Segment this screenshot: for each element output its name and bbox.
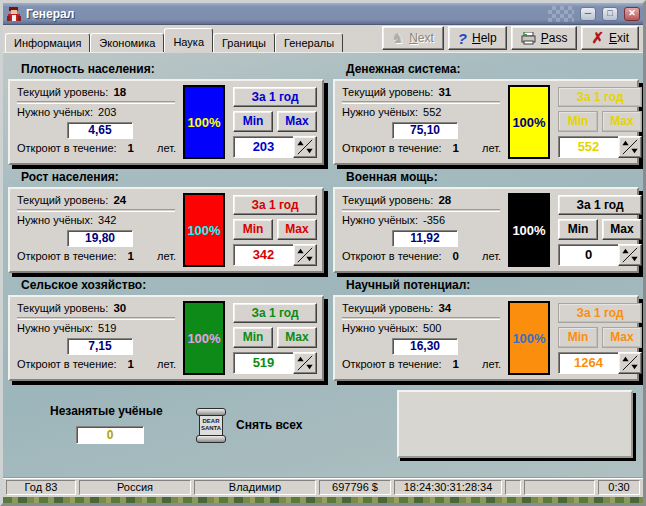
years-label: лет. xyxy=(157,250,176,262)
titlebar-texture xyxy=(548,6,574,22)
science-page: Плотность населения: Текущий уровень:18 … xyxy=(3,53,643,477)
spinner-buttons[interactable] xyxy=(618,352,642,374)
current-level-value: 34 xyxy=(438,302,451,314)
need-scientists-value: 552 xyxy=(423,106,441,118)
section-military-power: Военная мощь: Текущий уровень:28 Нужно у… xyxy=(333,170,639,273)
max-button[interactable]: Max xyxy=(602,219,642,240)
open-years-value: 1 xyxy=(128,142,134,154)
allocation-percent-box: 100% xyxy=(183,85,225,159)
unused-scientists-value: 0 xyxy=(76,426,144,444)
close-button[interactable]: ✕ xyxy=(624,7,640,21)
open-years-value: 1 xyxy=(128,250,134,262)
tab-borders[interactable]: Границы xyxy=(213,33,275,52)
titlebar: Генерал ─ □ ✕ xyxy=(3,3,643,25)
window-title: Генерал xyxy=(26,7,74,21)
divider xyxy=(342,209,500,212)
need-scientists-value: 500 xyxy=(423,322,441,334)
max-button: Max xyxy=(602,111,642,132)
allocation-percent-box: 100% xyxy=(183,193,225,267)
open-in-label: Откроют в течение: xyxy=(17,358,117,370)
exit-button[interactable]: ✗ Exit xyxy=(581,26,639,50)
per-year-button[interactable]: За 1 год xyxy=(233,303,317,323)
spinner-buttons[interactable] xyxy=(618,244,642,266)
need-scientists-label: Нужно учёных: xyxy=(342,322,418,334)
status-timer: 0:30 xyxy=(598,480,640,495)
tab-economy[interactable]: Экономика xyxy=(90,33,164,52)
scroll-bottom-roll xyxy=(196,435,226,443)
max-button[interactable]: Max xyxy=(277,111,317,132)
min-button[interactable]: Min xyxy=(558,219,598,240)
help-button[interactable]: ? Help xyxy=(448,26,507,50)
open-in-label: Откроют в течение: xyxy=(17,250,117,262)
rate-field: 7,15 xyxy=(67,338,133,355)
allocation-percent-box: 100% xyxy=(508,193,550,267)
maximize-button[interactable]: □ xyxy=(602,7,618,21)
need-scientists-label: Нужно учёных: xyxy=(342,106,418,118)
app-icon xyxy=(6,6,22,22)
scientists-input[interactable]: 1264 xyxy=(558,352,618,374)
need-scientists-label: Нужно учёных: xyxy=(17,106,93,118)
max-button[interactable]: Max xyxy=(277,327,317,348)
scientists-input[interactable]: 519 xyxy=(233,352,293,374)
pass-button[interactable]: Pass xyxy=(511,26,578,50)
need-scientists-value: 203 xyxy=(98,106,116,118)
per-year-button[interactable]: За 1 год xyxy=(233,195,317,215)
divider xyxy=(17,101,175,104)
open-in-label: Откроют в течение: xyxy=(17,142,117,154)
science-panel: Текущий уровень:24 Нужно учёных:342 19,8… xyxy=(8,187,324,273)
scientists-input[interactable]: 552 xyxy=(558,136,618,158)
tab-generals[interactable]: Генералы xyxy=(275,33,343,52)
spinner-buttons[interactable] xyxy=(293,352,317,374)
max-button[interactable]: Max xyxy=(277,219,317,240)
scientists-input[interactable]: 342 xyxy=(233,244,293,266)
current-level-value: 24 xyxy=(113,194,126,206)
status-year: Год 83 xyxy=(6,480,76,495)
spinner-buttons[interactable] xyxy=(618,136,642,158)
years-label: лет. xyxy=(157,358,176,370)
section-agriculture: Сельское хозяйство: Текущий уровень:30 Н… xyxy=(8,278,324,381)
current-level-value: 28 xyxy=(438,194,451,206)
per-year-button: За 1 год xyxy=(558,303,642,323)
open-years-value: 1 xyxy=(453,142,459,154)
per-year-button[interactable]: За 1 год xyxy=(233,87,317,107)
status-country: Россия xyxy=(79,480,191,495)
science-panel: Текущий уровень:30 Нужно учёных:519 7,15… xyxy=(8,295,324,381)
app-window: Генерал ─ □ ✕ Информация Экономика Наука… xyxy=(0,0,646,506)
scientists-input[interactable]: 203 xyxy=(233,136,293,158)
section-science-potential: Научный потенциал: Текущий уровень:34 Ну… xyxy=(333,278,639,381)
divider xyxy=(17,209,175,212)
section-caption: Научный потенциал: xyxy=(346,278,639,293)
section-caption: Рост населения: xyxy=(21,170,324,185)
next-button: ♞ Next xyxy=(382,26,444,50)
current-level-label: Текущий уровень: xyxy=(342,302,433,314)
science-panel: Текущий уровень:31 Нужно учёных:552 75,1… xyxy=(333,79,639,165)
max-button: Max xyxy=(602,327,642,348)
section-caption: Денежная система: xyxy=(346,62,639,77)
min-button[interactable]: Min xyxy=(233,219,273,240)
min-button[interactable]: Min xyxy=(233,327,273,348)
rate-field: 16,30 xyxy=(392,338,458,355)
per-year-button[interactable]: За 1 год xyxy=(558,195,642,215)
min-button: Min xyxy=(558,327,598,348)
spinner-buttons[interactable] xyxy=(293,244,317,266)
scientists-input[interactable]: 0 xyxy=(558,244,618,266)
scroll-icon[interactable]: DEAR SANTA xyxy=(196,408,226,448)
tab-science[interactable]: Наука xyxy=(164,28,213,52)
section-population-density: Плотность населения: Текущий уровень:18 … xyxy=(8,62,324,165)
tab-information[interactable]: Информация xyxy=(5,33,90,52)
spinner-buttons[interactable] xyxy=(293,136,317,158)
status-empty-wide xyxy=(524,480,595,495)
status-empty-small xyxy=(505,480,521,495)
minimize-button[interactable]: ─ xyxy=(580,7,596,21)
min-button[interactable]: Min xyxy=(233,111,273,132)
status-city: Владимир xyxy=(194,480,316,495)
remove-all-label[interactable]: Снять всех xyxy=(236,418,302,432)
current-level-value: 18 xyxy=(113,86,126,98)
science-panel: Текущий уровень:28 Нужно учёных:-356 11,… xyxy=(333,187,639,273)
current-level-label: Текущий уровень: xyxy=(342,194,433,206)
open-years-value: 1 xyxy=(453,358,459,370)
current-level-value: 30 xyxy=(113,302,126,314)
exit-icon: ✗ xyxy=(591,29,604,47)
rate-field: 11,92 xyxy=(392,230,458,247)
open-in-label: Откроют в течение: xyxy=(342,358,442,370)
